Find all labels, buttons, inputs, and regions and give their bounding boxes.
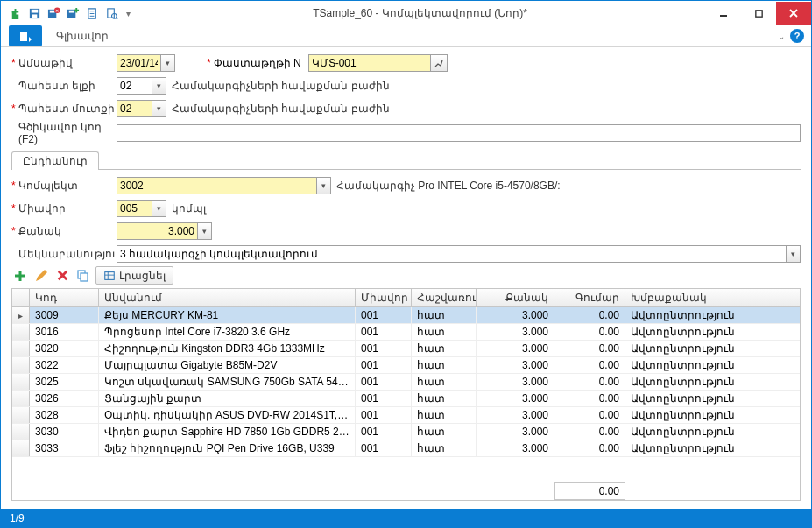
close-button[interactable] (776, 2, 811, 25)
svg-rect-16 (107, 8, 114, 17)
file-menu-button[interactable] (9, 25, 42, 46)
qat-dropdown-icon[interactable]: ▾ (122, 4, 134, 22)
header-form: Ամսաթիվ ▾ Փաստաթղթի N Պահեստ ելքի ▾ Համա… (1, 47, 811, 147)
table-row[interactable]: 3028Օպտիկ. դիսկակիր ASUS DVD-RW 2014S1T,… (12, 407, 800, 424)
svg-rect-10 (68, 10, 74, 12)
svg-rect-6 (49, 10, 54, 12)
ribbon-menubar: Գլխավոր ⌄ ? (1, 25, 811, 47)
svg-rect-23 (20, 32, 27, 41)
status-bar: 1/9 (1, 509, 811, 527)
fill-button-label: Լրացնել (119, 270, 166, 282)
date-label: Ամսաթիվ (11, 57, 117, 69)
svg-rect-4 (32, 14, 37, 18)
svg-marker-24 (29, 37, 32, 42)
ribbon-collapse-icon[interactable]: ⌄ (778, 32, 785, 41)
grid-header: Կոդ Անվանում Միավոր Հաշվառում Քանակ Գում… (12, 289, 800, 307)
tab-general[interactable]: Ընդհանուր (11, 151, 99, 170)
comment-dropdown-icon[interactable]: ▾ (786, 245, 801, 263)
svg-rect-32 (105, 271, 115, 279)
window-title: TSample_60 - Կոմպլեկտավորում (Նոր)* (134, 7, 706, 19)
status-position: 1/9 (10, 512, 25, 524)
partner-input[interactable] (117, 124, 801, 142)
grid-body: ▸3009Քեյս MERCURY KM-81001հատ3.0000.00Ավ… (12, 307, 800, 457)
qat-save-close-icon[interactable]: ✕ (45, 4, 62, 22)
add-row-icon[interactable] (11, 267, 29, 285)
qat-refresh-icon[interactable] (83, 4, 101, 22)
whout-input[interactable] (117, 77, 152, 95)
tab-strip: Ընդհանուր (11, 151, 801, 170)
komplekt-input[interactable] (117, 177, 316, 194)
col-unit[interactable]: Միավոր (356, 289, 412, 306)
edit-row-icon[interactable] (32, 267, 50, 285)
whin-input[interactable] (117, 100, 152, 117)
delete-row-icon[interactable] (53, 267, 71, 285)
svg-line-18 (116, 18, 117, 19)
svg-rect-3 (31, 9, 38, 12)
grid-toolbar: Լրացնել (11, 266, 801, 285)
svg-rect-20 (755, 10, 761, 16)
komplekt-dropdown-icon[interactable]: ▾ (316, 177, 331, 194)
table-row[interactable]: 3022Մայրպլատա Gigabyte B85M-D2V001հատ3.0… (12, 357, 800, 374)
col-amount[interactable]: Գումար (554, 289, 625, 306)
app-window: ✕ ▾ TSample_60 - Կոմպլեկտավորում (Նոր)* … (0, 0, 812, 528)
col-group[interactable]: Խմբաքանակ (625, 289, 780, 306)
qat-save-icon[interactable] (25, 4, 43, 22)
fill-button[interactable]: Լրացնել (95, 266, 173, 285)
table-row[interactable]: ▸3009Քեյս MERCURY KM-81001հատ3.0000.00Ավ… (12, 307, 800, 324)
svg-marker-27 (36, 270, 47, 281)
miavor-description: կոմպլ (172, 202, 206, 215)
docno-input[interactable] (308, 54, 431, 72)
table-row[interactable]: 3025Կոշտ սկավառակ SAMSUNG 750Gb SATA 540… (12, 374, 800, 391)
date-input[interactable] (117, 54, 160, 72)
grid-footer: 0.00 (12, 482, 800, 500)
table-row[interactable]: 3016Պրոցեսոր Intel Core i7-3820 3.6 GHz0… (12, 324, 800, 341)
maximize-button[interactable] (741, 2, 776, 25)
items-grid[interactable]: Կոդ Անվանում Միավոր Հաշվառում Քանակ Գում… (11, 288, 801, 501)
table-row[interactable]: 3030Վիդեո քարտ Sapphire HD 7850 1Gb GDDR… (12, 424, 800, 440)
help-icon[interactable]: ? (790, 29, 804, 43)
comment-input[interactable] (117, 245, 786, 263)
quick-access-toolbar: ✕ ▾ (1, 4, 134, 22)
title-bar: ✕ ▾ TSample_60 - Կոմպլեկտավորում (Նոր)* (1, 1, 811, 25)
qat-new-icon[interactable] (6, 4, 24, 22)
menu-main[interactable]: Գլխավոր (47, 26, 117, 46)
table-row[interactable]: 3020Հիշողություն Kingston DDR3 4Gb 1333M… (12, 341, 800, 357)
sum-amount: 0.00 (554, 482, 625, 500)
col-qty[interactable]: Քանակ (477, 289, 554, 306)
table-row[interactable]: 3033Ֆլեշ հիշողություն PQI Pen Drive 16GB… (12, 440, 800, 457)
comment-label: Մեկնաբանություն (11, 248, 117, 260)
table-row[interactable]: 3026Ցանցային քարտ001հատ3.0000.00Ավտոընտր… (12, 391, 800, 407)
miavor-label: Միավոր (11, 202, 117, 215)
whout-label: Պահեստ ելքի (11, 80, 117, 92)
komplekt-label: Կոմպլեկտ (11, 180, 117, 192)
partner-label: Գծիկավոր կոդ (F2) (11, 121, 117, 145)
minimize-button[interactable] (706, 2, 741, 25)
col-name[interactable]: Անվանում (99, 289, 356, 306)
whin-description: Համակարգիչների հավաքման բաժին (172, 102, 390, 115)
whout-description: Համակարգիչների հավաքման բաժին (172, 80, 390, 92)
miavor-input[interactable] (117, 200, 152, 217)
docno-action-icon[interactable] (430, 54, 448, 72)
qat-save-new-icon[interactable] (64, 4, 81, 22)
tab-content: Կոմպլեկտ ▾ Համակարգիչ Pro INTEL Core i5-… (11, 170, 801, 501)
qanak-dropdown-icon[interactable]: ▾ (197, 222, 212, 240)
svg-rect-31 (81, 273, 88, 281)
whout-dropdown-icon[interactable]: ▾ (152, 77, 166, 95)
whin-dropdown-icon[interactable]: ▾ (152, 100, 166, 117)
col-unitname[interactable]: Հաշվառում (412, 289, 477, 306)
date-dropdown-icon[interactable]: ▾ (160, 54, 175, 72)
miavor-dropdown-icon[interactable]: ▾ (152, 200, 166, 217)
svg-text:✕: ✕ (55, 8, 59, 12)
qanak-input[interactable] (117, 222, 197, 240)
col-code[interactable]: Կոդ (30, 289, 99, 306)
komplekt-description: Համակարգիչ Pro INTEL Core i5-4570/8GB/: (336, 180, 561, 192)
qat-print-preview-icon[interactable] (102, 4, 120, 22)
qanak-label: Քանակ (11, 225, 117, 237)
whin-label: Պահեստ մուտքի (11, 102, 117, 115)
window-controls (706, 2, 811, 25)
copy-row-icon[interactable] (74, 267, 92, 285)
docno-label: Փաստաթղթի N (207, 57, 301, 69)
